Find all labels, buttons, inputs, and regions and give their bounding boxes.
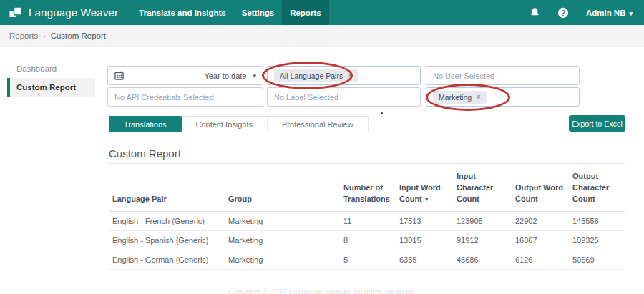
cell-output-character-count: 50669: [569, 250, 625, 269]
column-header-label: Input Word Count: [399, 183, 441, 203]
language-pairs-select[interactable]: All Language Pairs ×: [267, 66, 421, 85]
report-table-container: Language Pair Group Number of Translatio…: [109, 167, 625, 270]
sort-desc-icon: ▼: [424, 197, 429, 202]
user-menu[interactable]: Admin NB ▾: [586, 9, 633, 17]
cell-input-character-count: 45686: [453, 250, 512, 269]
cell-group: Marketing: [225, 230, 340, 250]
breadcrumb-current: Custom Report: [51, 31, 106, 40]
chevron-down-icon: ▾: [629, 10, 633, 17]
label-select-placeholder: No Label Selected: [274, 93, 338, 102]
group-tag: Marketing ×: [433, 91, 487, 104]
language-pairs-tag-label: All Language Pairs: [280, 72, 343, 80]
cell-input-word-count: 13015: [396, 230, 453, 250]
column-header-input-word-count[interactable]: Input Word Count▼: [396, 167, 453, 211]
user-menu-label: Admin NB: [586, 9, 626, 17]
column-header-input-character-count[interactable]: Input Character Count: [453, 167, 512, 211]
report-table: Language Pair Group Number of Translatio…: [109, 167, 625, 270]
cell-input-word-count: 17513: [396, 211, 453, 230]
chevron-down-icon: ▾: [253, 72, 256, 79]
column-header-language-pair[interactable]: Language Pair: [109, 167, 225, 211]
filters-panel: Year to date ▾ All Language Pairs × No U…: [107, 66, 581, 107]
table-row: English - French (Generic) Marketing 11 …: [109, 211, 625, 230]
navbar-right: ? Admin NB ▾: [530, 7, 644, 19]
brand-logo[interactable]: Language Weaver: [0, 0, 118, 25]
sidebar-item-dashboard[interactable]: Dashboard: [7, 59, 95, 78]
stray-dot: [381, 112, 383, 114]
group-select[interactable]: Marketing ×: [426, 87, 580, 107]
api-credentials-placeholder: No API Credentials Selected: [114, 93, 214, 102]
tab-professional-review[interactable]: Professional Review: [268, 117, 368, 132]
language-pairs-tag: All Language Pairs ×: [274, 69, 358, 82]
notifications-bell-icon[interactable]: [530, 7, 540, 19]
nav-item-translate-and-insights[interactable]: Translate and Insights: [131, 0, 233, 25]
footer-copyright: Copyright © 2023 Language Weaver. All ri…: [0, 288, 644, 294]
user-select[interactable]: No User Selected: [426, 66, 580, 85]
cell-input-word-count: 6355: [396, 250, 453, 269]
cell-input-character-count: 123908: [453, 211, 512, 230]
report-tabs: Translations Content Insights Profession…: [109, 116, 369, 132]
cell-output-word-count: 22902: [512, 211, 569, 230]
group-tag-label: Marketing: [439, 93, 472, 102]
table-header-row: Language Pair Group Number of Translatio…: [109, 167, 625, 211]
column-header-group[interactable]: Group: [225, 167, 340, 211]
tab-content-insights[interactable]: Content Insights: [182, 117, 268, 132]
cell-language-pair: English - German (Generic): [109, 250, 225, 269]
help-icon[interactable]: ?: [557, 7, 569, 19]
tab-translations[interactable]: Translations: [109, 116, 182, 132]
cell-language-pair: English - Spanish (Generic): [109, 230, 225, 250]
main-nav: Translate and Insights Settings Reports: [131, 0, 328, 25]
calendar-icon: [114, 71, 124, 80]
user-select-placeholder: No User Selected: [433, 72, 494, 80]
breadcrumb-separator-icon: ›: [43, 32, 45, 40]
page-title: Custom Report: [109, 147, 181, 160]
cell-translations: 8: [340, 230, 396, 250]
svg-text:?: ?: [561, 8, 565, 16]
brand-name: Language Weaver: [29, 6, 118, 19]
date-range-value: Year to date: [205, 72, 247, 80]
column-header-output-character-count[interactable]: Output Character Count: [569, 167, 625, 211]
sidebar-item-custom-report[interactable]: Custom Report: [7, 78, 95, 97]
cell-output-character-count: 145556: [569, 211, 625, 230]
nav-item-reports[interactable]: Reports: [282, 0, 328, 25]
table-row: English - Spanish (Generic) Marketing 8 …: [109, 230, 625, 250]
date-range-picker[interactable]: Year to date ▾: [107, 66, 263, 85]
title-divider: [109, 163, 625, 164]
cell-language-pair: English - French (Generic): [109, 211, 225, 230]
cell-translations: 5: [340, 250, 396, 269]
column-header-output-word-count[interactable]: Output Word Count: [512, 167, 569, 211]
breadcrumb-parent[interactable]: Reports: [9, 31, 38, 40]
cell-output-word-count: 16867: [512, 230, 569, 250]
column-header-number-of-translations[interactable]: Number of Translations: [340, 167, 396, 211]
cell-group: Marketing: [225, 211, 340, 230]
cell-group: Marketing: [225, 250, 340, 269]
sidebar: Dashboard Custom Report: [0, 47, 95, 294]
language-weaver-logo-icon: [9, 6, 23, 19]
remove-tag-icon[interactable]: ×: [477, 94, 481, 101]
label-select[interactable]: No Label Selected: [267, 87, 421, 107]
remove-tag-icon[interactable]: ×: [348, 72, 352, 79]
cell-translations: 11: [340, 211, 396, 230]
breadcrumb: Reports › Custom Report: [0, 25, 644, 47]
cell-output-word-count: 6126: [512, 250, 569, 269]
footer: Copyright © 2023 Language Weaver. All ri…: [0, 288, 644, 294]
api-credentials-select[interactable]: No API Credentials Selected: [107, 87, 263, 107]
export-to-excel-button[interactable]: Export to Excel: [569, 115, 625, 132]
cell-input-character-count: 91912: [453, 230, 512, 250]
table-row: English - German (Generic) Marketing 5 6…: [109, 250, 625, 269]
cell-output-character-count: 109325: [569, 230, 625, 250]
top-navbar: Language Weaver Translate and Insights S…: [0, 0, 644, 25]
app-window: Language Weaver Translate and Insights S…: [0, 0, 644, 294]
nav-item-settings[interactable]: Settings: [234, 0, 282, 25]
